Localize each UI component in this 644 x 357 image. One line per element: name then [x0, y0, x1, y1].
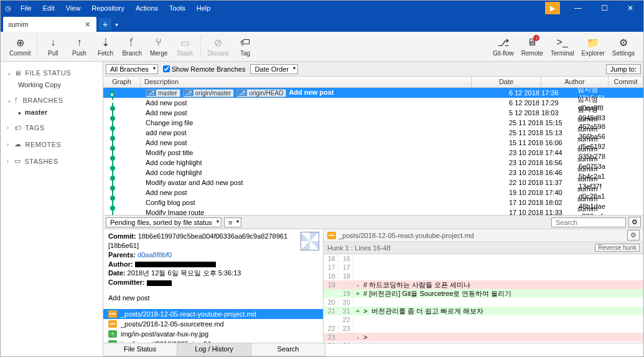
commit-row[interactable]: Add new post15 11 2018 16:06sumim d5e619…	[103, 138, 643, 148]
new-tab-button[interactable]: +	[99, 18, 111, 31]
jump-to-button[interactable]: Jump to:	[606, 64, 641, 74]
commit-row[interactable]: Add new post19 10 2018 17:40sumim d0c28a…	[103, 188, 643, 198]
menu-file[interactable]: File	[16, 2, 37, 14]
section-tags[interactable]: ›🏷TAGS	[1, 121, 103, 134]
file-sort[interactable]: Pending files, sorted by file status	[106, 217, 222, 227]
settings-button[interactable]: ⚙Settings	[609, 32, 638, 61]
menu-tools[interactable]: Tools	[164, 2, 190, 14]
menu-actions[interactable]: Actions	[131, 2, 163, 14]
tab-menu-icon[interactable]: ▾	[115, 21, 118, 28]
gitflow-button[interactable]: ⎇Git-flow	[489, 32, 518, 61]
tag-button[interactable]: 🏷Tag	[232, 32, 258, 61]
sidebar-item-working-copy[interactable]: Working Copy	[1, 79, 103, 90]
diff-line[interactable]: 2020	[324, 298, 643, 307]
diff-file-path: _posts/2018-12-05-react-youtube-project.…	[338, 232, 474, 239]
header-commit[interactable]: Commit	[609, 77, 643, 87]
show-remote-checkbox[interactable]: Show Remote Branches	[163, 65, 246, 73]
push-button[interactable]: ↑Push	[66, 32, 92, 61]
commit-row[interactable]: Modify Image route17 10 2018 11:33sumim …	[103, 207, 643, 215]
commit-row[interactable]: Add code highlight23 10 2018 16:46sumim …	[103, 168, 643, 178]
diff-line[interactable]: 23->	[324, 333, 643, 341]
remote-button[interactable]: 🖥!Remote	[518, 32, 547, 61]
commit-row[interactable]: Modify avatar and Add new post22 10 2018…	[103, 178, 643, 188]
minimize-button[interactable]: —	[565, 1, 591, 16]
sidebar: ⌄🖥FILE STATUSWorking Copy⌄ᚶBRANCHESmaste…	[1, 62, 103, 344]
diff-line[interactable]: 22	[324, 315, 643, 324]
commit-row[interactable]: Config blog post17 10 2018 18:02sumim 48…	[103, 198, 643, 207]
commit-row[interactable]: Add new post5 12 2018 18:03임지영 9948d83	[103, 108, 643, 118]
commit-list[interactable]: ⎇master⎇origin/master⎇origin/HEADAdd new…	[103, 88, 643, 215]
branch-badge[interactable]: ⎇origin/master	[183, 89, 235, 97]
diff-gear-icon[interactable]: ⚙	[627, 230, 640, 240]
diff-line[interactable]: 2121+> 버전관리를 좀 더 쉽고 빠르게 해보자	[324, 307, 643, 315]
filter-bar: All Branches Show Remote Branches Date O…	[103, 62, 643, 77]
file-row[interactable]: •••_posts/2018-12-05-react-youtube-proje…	[103, 309, 323, 319]
file-list[interactable]: •••_posts/2018-12-05-react-youtube-proje…	[103, 309, 323, 344]
header-graph[interactable]: Graph	[103, 77, 141, 87]
detail-panel: Pending files, sorted by file status ≡ ⚙…	[103, 215, 643, 344]
header-description[interactable]: Description	[141, 77, 472, 87]
merge-button[interactable]: ⑂Merge	[146, 32, 172, 61]
terminal-icon: >_	[557, 36, 568, 49]
explorer-icon: 📁	[587, 36, 599, 49]
diff-line[interactable]: 1717	[324, 263, 643, 272]
push-icon: ↑	[77, 36, 82, 49]
diff-line[interactable]: 19-# 하드코딩하는 사람들 오픈 세미나	[324, 280, 643, 289]
file-row[interactable]: +img/in-post/avatar-hux-ny.jpg	[103, 329, 323, 339]
parent-link[interactable]: d0aa8f8bf0	[138, 251, 172, 259]
branch-badge[interactable]: ⎇origin/HEAD	[236, 89, 286, 97]
menu-view[interactable]: View	[61, 2, 86, 14]
diff-line[interactable]: 1818	[324, 272, 643, 280]
diff-body[interactable]: 16161717181819-# 하드코딩하는 사람들 오픈 세미나19+# […	[324, 254, 643, 344]
footer-tabs: File StatusLog / HistorySearch	[103, 343, 643, 356]
branch-badge[interactable]: ⎇master	[146, 89, 180, 97]
commit-row[interactable]: Modify post title23 10 2018 17:44sumim 9…	[103, 148, 643, 158]
diff-line[interactable]: 1616	[324, 254, 643, 263]
order-filter[interactable]: Date Order	[250, 64, 297, 74]
pull-button[interactable]: ↓Pull	[40, 32, 66, 61]
branch-button[interactable]: ᚶBranch	[118, 32, 146, 61]
maximize-button[interactable]: ☐	[591, 1, 617, 16]
author-redacted	[135, 262, 216, 267]
remote-icon: 🖥!	[527, 36, 537, 49]
header-author[interactable]: Author	[541, 77, 609, 87]
repo-tab[interactable]: sumim ×	[3, 17, 96, 32]
close-button[interactable]: ✕	[617, 1, 643, 16]
footer-tab-search[interactable]: Search	[251, 343, 325, 356]
view-mode[interactable]: ≡	[224, 217, 241, 227]
section-remotes[interactable]: ›☁REMOTES	[1, 138, 103, 151]
fetch-button[interactable]: ⇣Fetch	[92, 32, 118, 61]
stash-button: ▭Stash	[172, 32, 198, 61]
commit-row[interactable]: Add new post6 12 2018 17:29임지영 d0aa8f8	[103, 98, 643, 108]
diff-line[interactable]: 19+# [버전관리] Git을 Sourcetree로 연동하여 올리기	[324, 289, 643, 298]
header-date[interactable]: Date	[472, 77, 541, 87]
explorer-button[interactable]: 📁Explorer	[578, 32, 609, 61]
reverse-hunk-button[interactable]: Reverse hunk	[595, 244, 640, 252]
tab-close-icon[interactable]: ×	[84, 19, 91, 29]
commit-row[interactable]: add new post25 11 2018 15:13sumim 366ba5…	[103, 128, 643, 138]
file-row[interactable]: •••_posts/2018-12-05-sourcetree.md	[103, 319, 323, 329]
sidebar-item-master[interactable]: master	[1, 107, 103, 118]
footer-tab-file-status[interactable]: File Status	[103, 343, 177, 356]
commit-metadata: Commit: 18b6e61997d9c5bea004f06336aa69c9…	[103, 229, 323, 305]
branch-filter[interactable]: All Branches	[106, 64, 158, 74]
terminal-button[interactable]: >_Terminal	[547, 32, 578, 61]
footer-tab-log---history[interactable]: Log / History	[177, 343, 251, 356]
commit-row[interactable]: ⎇master⎇origin/master⎇origin/HEADAdd new…	[103, 88, 643, 98]
settings-gear-icon[interactable]: ⚙	[628, 217, 641, 227]
search-input[interactable]	[551, 217, 626, 227]
section-file-status[interactable]: ⌄🖥FILE STATUS	[1, 67, 103, 79]
menu-repository[interactable]: Repository	[86, 2, 129, 14]
tab-title: sumim	[8, 21, 28, 28]
commit-row[interactable]: Add code highlight23 10 2018 16:56sumim …	[103, 158, 643, 168]
section-stashes[interactable]: ›▭STASHES	[1, 155, 103, 168]
commit-button[interactable]: ⊕Commit	[6, 32, 34, 61]
detail-bar: Pending files, sorted by file status ≡ ⚙	[103, 216, 643, 229]
menu-help[interactable]: Help	[192, 2, 216, 14]
commit-row[interactable]: Change img file25 11 2018 15:15sumim 462…	[103, 118, 643, 128]
diff-line[interactable]: 2223	[324, 324, 643, 333]
commit-message: Add new post	[108, 293, 318, 303]
play-button[interactable]: ▶	[545, 2, 560, 14]
menu-edit[interactable]: Edit	[38, 2, 60, 14]
section-branches[interactable]: ⌄ᚶBRANCHES	[1, 94, 103, 107]
